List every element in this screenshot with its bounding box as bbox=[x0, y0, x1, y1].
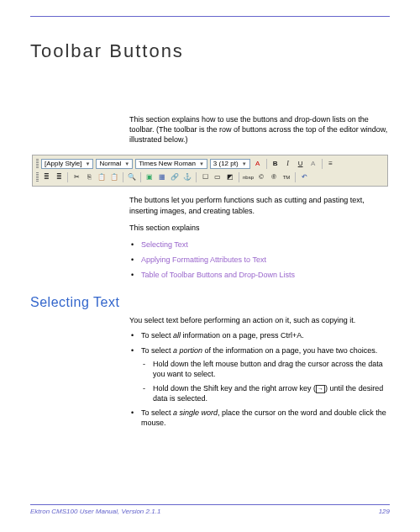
nbsp-icon: nbsp bbox=[243, 172, 254, 182]
list-item: Hold down the Shift key and the right ar… bbox=[141, 383, 390, 403]
heading-selecting-text: Selecting Text bbox=[30, 295, 390, 310]
copyright-icon: © bbox=[256, 172, 266, 182]
intro-text: This section explains how to use the but… bbox=[129, 114, 390, 145]
toolbar-row-1: [Apply Style]▼ Normal▼ Times New Roman▼ … bbox=[36, 158, 384, 170]
list-item: Applying Formatting Attributes to Text bbox=[129, 255, 390, 265]
copy-icon: ⎘ bbox=[84, 172, 94, 182]
separator bbox=[67, 172, 68, 182]
paragraph-dropdown: Normal▼ bbox=[96, 159, 133, 169]
grip-icon bbox=[36, 172, 39, 182]
registered-icon: ® bbox=[269, 172, 279, 182]
toolbar-row-2: ≣ ≣ ✂ ⎘ 📋 📋 🔍 ▣ ▦ 🔗 ⚓ ☐ ▭ ◩ nbsp © ® TM … bbox=[36, 171, 384, 183]
align-left-icon: ≡ bbox=[326, 159, 336, 169]
list-item: Hold down the left mouse button and drag… bbox=[141, 359, 390, 379]
bullet-list: To select all information on a page, pre… bbox=[129, 330, 390, 428]
after-text-1: The buttons let you perform functions su… bbox=[129, 195, 390, 215]
page-footer: Ektron CMS100 User Manual, Version 2.1.1… bbox=[30, 504, 390, 515]
intro-block: This section explains how to use the but… bbox=[129, 114, 390, 145]
selecting-text-body: You select text before performing an act… bbox=[129, 315, 390, 428]
after-text-2: This section explains bbox=[129, 223, 390, 233]
form-icon: ☐ bbox=[200, 172, 210, 182]
list-item: To select all information on a page, pre… bbox=[129, 330, 390, 340]
list-item: Selecting Text bbox=[129, 240, 390, 250]
separator bbox=[196, 172, 197, 182]
page-content: Toolbar Buttons This section explains ho… bbox=[0, 40, 420, 429]
separator bbox=[239, 172, 239, 182]
separator bbox=[295, 172, 296, 182]
list-item: To select a portion of the information o… bbox=[129, 345, 390, 404]
style-dropdown: [Apply Style]▼ bbox=[41, 159, 93, 169]
separator bbox=[140, 172, 141, 182]
separator bbox=[322, 159, 323, 169]
anchor-icon: ⚓ bbox=[182, 172, 192, 182]
cut-icon: ✂ bbox=[71, 172, 81, 182]
paste-icon: 📋 bbox=[97, 172, 107, 182]
checkbox-icon: ◩ bbox=[225, 172, 235, 182]
image-icon: ▣ bbox=[144, 172, 155, 182]
top-rule bbox=[30, 16, 390, 17]
section-links: Selecting Text Applying Formatting Attri… bbox=[129, 240, 390, 280]
highlight-icon: A bbox=[308, 159, 318, 169]
separator bbox=[123, 172, 123, 182]
separator bbox=[266, 159, 267, 169]
table-icon: ▦ bbox=[157, 172, 167, 182]
paste-icon: 📋 bbox=[109, 172, 119, 182]
list-item: Table of Toolbar Buttons and Drop-Down L… bbox=[129, 270, 390, 280]
underline-icon: U bbox=[296, 159, 306, 169]
link-icon: 🔗 bbox=[170, 172, 180, 182]
sel-intro: You select text before performing an act… bbox=[129, 315, 390, 325]
italic-icon: I bbox=[283, 159, 293, 169]
sub-list: Hold down the left mouse button and drag… bbox=[141, 359, 390, 404]
link-selecting-text[interactable]: Selecting Text bbox=[141, 240, 188, 249]
right-arrow-key-icon: → bbox=[316, 385, 325, 393]
toolbar-illustration: [Apply Style]▼ Normal▼ Times New Roman▼ … bbox=[32, 155, 388, 187]
footer-manual-title: Ektron CMS100 User Manual, Version 2.1.1 bbox=[30, 508, 160, 515]
find-icon: 🔍 bbox=[127, 172, 137, 182]
font-color-icon: A bbox=[253, 159, 263, 169]
list-item: To select a single word, place the curso… bbox=[129, 408, 390, 428]
numbered-list-icon: ≣ bbox=[54, 172, 64, 182]
link-formatting[interactable]: Applying Formatting Attributes to Text bbox=[141, 255, 266, 264]
page-title: Toolbar Buttons bbox=[30, 40, 390, 62]
button-icon: ▭ bbox=[213, 172, 223, 182]
after-toolbar-block: The buttons let you perform functions su… bbox=[129, 195, 390, 280]
undo-icon: ↶ bbox=[299, 172, 309, 182]
link-table-buttons[interactable]: Table of Toolbar Buttons and Drop-Down L… bbox=[141, 271, 295, 279]
bold-icon: B bbox=[270, 159, 281, 169]
size-dropdown: 3 (12 pt)▼ bbox=[210, 159, 250, 169]
footer-page-number: 129 bbox=[379, 508, 390, 515]
font-dropdown: Times New Roman▼ bbox=[135, 159, 207, 169]
trademark-icon: TM bbox=[281, 172, 291, 182]
list-icon: ≣ bbox=[41, 172, 51, 182]
grip-icon bbox=[36, 159, 39, 169]
